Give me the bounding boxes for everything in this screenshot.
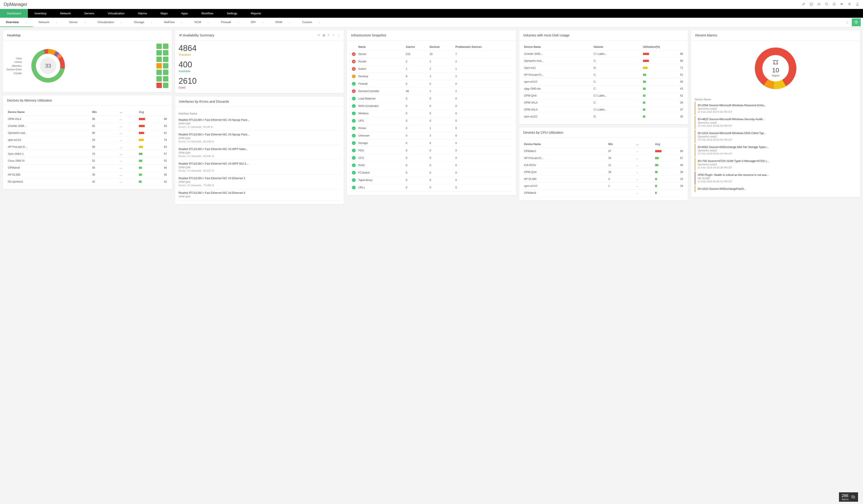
table-row[interactable]: OPM-QA4C:\ Label...42 [523, 92, 685, 99]
table-row[interactable]: ✓Unknown030 [351, 132, 512, 140]
chart-icon[interactable]: ▦ [323, 34, 325, 37]
col-device[interactable]: Device Name [523, 141, 607, 148]
table-row[interactable]: ✓UPS000 [351, 117, 512, 125]
nav-alarms[interactable]: Alarms [131, 9, 154, 18]
slideshow-icon[interactable] [810, 2, 813, 7]
subnav-dpi[interactable]: DPI⌄ [245, 18, 270, 27]
nav-settings[interactable]: Settings [220, 9, 244, 18]
table-row[interactable]: opm-w12r21...28 [523, 183, 685, 190]
alarm-item[interactable]: ID=1010 Source=MSExchangeFastS... [695, 185, 856, 192]
subnav-virtualization[interactable]: Virtualization⌄ [92, 18, 128, 27]
nav-dashboard[interactable]: Dashboard [0, 9, 28, 18]
table-row[interactable]: OPMdev845...46 [7, 164, 168, 171]
table-row[interactable]: Opmanhv-nod...80...81 [7, 130, 168, 137]
table-row[interactable]: vCenter 2008 ...C:\ Label...96 [523, 51, 685, 57]
list-item[interactable]: Realtek RTL8139C+ Fast Ethernet NIC #3-E… [179, 175, 340, 189]
table-row[interactable]: OPM-QA430...39 [523, 169, 685, 176]
alarm-item[interactable]: ID=4625 Source=Microsoft-Windows-Securit… [695, 116, 856, 129]
close-icon[interactable]: ⋮ [337, 34, 340, 37]
table-row[interactable]: ✓TapeLibrary000 [351, 177, 512, 184]
subnav-ipam[interactable]: IPAM⌄ [270, 18, 296, 27]
table-row[interactable]: Opm-2k8r2-115...57 [7, 151, 168, 157]
table-row[interactable]: ✕DomainController4922 [351, 88, 512, 95]
table-row[interactable]: opm-w12r226...74 [7, 137, 168, 143]
col-problematic[interactable]: Problematic Devices [454, 43, 512, 51]
col-avg[interactable]: Avg [654, 141, 685, 148]
subnav-storage[interactable]: Storage⌄ [128, 18, 158, 27]
edit-icon[interactable]: ✎ [327, 34, 330, 37]
subnav-ncm[interactable]: NCM⌄ [189, 18, 215, 27]
table-row[interactable]: k16-DChv11...49 [523, 162, 685, 169]
table-row[interactable]: vCenter 2008 ...92...93 [7, 122, 168, 130]
nav-maps[interactable]: Maps [154, 9, 174, 18]
table-row[interactable]: N2-opmesx242...42 [7, 178, 168, 185]
subnav-network[interactable]: Network⌄ [33, 18, 63, 27]
col-device-name[interactable]: Device Name [695, 96, 856, 102]
alarm-item[interactable]: ID=700 Source=NTDS ISAM Type=3 Message=N… [695, 158, 856, 171]
list-item[interactable]: Realtek RTL8139C+ Fast Ethernet NIC #3-N… [179, 116, 340, 131]
col-interface[interactable]: Interface Name [179, 110, 340, 116]
nav-reports[interactable]: Reports [244, 9, 268, 18]
list-item[interactable]: Realtek RTL8139C+ Fast Ethernet NIC #3-W… [179, 145, 340, 160]
table-row[interactable]: HP DL58035...45 [7, 171, 168, 178]
support-icon[interactable] [817, 2, 821, 7]
expand-icon[interactable]: ⤢ [332, 34, 335, 37]
table-row[interactable]: opm-w12r2C:48 [523, 78, 685, 85]
rocket-icon[interactable] [802, 2, 805, 7]
table-row[interactable]: OPMdev297...99 [523, 148, 685, 155]
col-min[interactable]: Min [607, 141, 635, 148]
table-row[interactable]: opm-w12r2D:35 [523, 113, 685, 120]
table-row[interactable]: HP ProLiant D...C:52 [523, 72, 685, 78]
table-row[interactable]: ✓RAID000 [351, 162, 512, 169]
alarm-item[interactable]: ID=2004 Source=Microsoft-Windows-Resourc… [695, 102, 856, 115]
col-avg[interactable]: Avg [138, 109, 168, 116]
alarm-item[interactable]: APM Plugin: Health is critical as the re… [695, 172, 856, 185]
nav-workflow[interactable]: Workflow [195, 9, 220, 18]
table-row[interactable]: ✓Printer010 [351, 125, 512, 132]
table-row[interactable]: OPM-VAL4C:\ Label...37 [523, 106, 685, 113]
alarm-item[interactable]: ID=6002 Source=MSExchange Mid-Tier Stora… [695, 144, 856, 157]
nav-network[interactable]: Network [53, 9, 77, 18]
table-row[interactable]: OPM-VAL4C:38 [523, 99, 685, 106]
subnav-firewall[interactable]: Firewall⌄ [215, 18, 245, 27]
table-row[interactable]: !Desktop832 [351, 73, 512, 80]
list-item[interactable]: Realtek RTL8139C+ Fast Ethernet NIC #4-E… [179, 189, 340, 201]
table-row[interactable]: HP ProLiant D...35...57 [523, 155, 685, 162]
col-device[interactable]: Device Name [523, 43, 592, 51]
subnav-custom[interactable]: Custom⌄ [296, 18, 326, 27]
table-row[interactable]: ✕Switch121 [351, 65, 512, 73]
table-row[interactable]: ✓UCS000 [351, 154, 512, 162]
table-row[interactable]: OPM-VAL498...98 [7, 116, 168, 122]
col-device[interactable]: Device Name [7, 109, 91, 116]
table-row[interactable]: Cisco 2900 IS52...52 [7, 157, 168, 164]
favorite-icon[interactable]: ☆ [845, 19, 850, 26]
list-item[interactable]: Realtek RTL8139C+ Fast Ethernet NIC #3-N… [179, 131, 340, 145]
table-row[interactable]: ✓PDU000 [351, 147, 512, 154]
nav-apps[interactable]: Apps [174, 9, 195, 18]
voice-icon[interactable] [840, 2, 844, 7]
col-min[interactable]: Min [91, 109, 118, 116]
search-icon[interactable] [825, 2, 828, 7]
alarm-item[interactable]: ID=1014 Source=Microsoft-Windows-DNS-Cli… [695, 130, 856, 143]
nav-servers[interactable]: Servers [77, 9, 101, 18]
table-row[interactable]: Opmanhv-nod...C:95 [523, 57, 685, 64]
add-widget-button[interactable] [852, 18, 861, 26]
col-devices[interactable]: Devices [428, 43, 454, 51]
nav-virtualization[interactable]: Virtualization [101, 9, 131, 18]
table-row[interactable]: vijay-1940-aioC:43 [523, 85, 685, 92]
col-volume[interactable]: Volume [592, 43, 642, 51]
subnav-server[interactable]: Server⌄ [63, 18, 92, 27]
nav-inventory[interactable]: Inventory [28, 9, 53, 18]
table-row[interactable]: ✓Load Balancer000 [351, 95, 512, 102]
table-row[interactable]: ✓Storage000 [351, 140, 512, 147]
table-row[interactable]: ✓WAN Accelerator000 [351, 102, 512, 110]
table-row[interactable]: ✓Firewall000 [351, 80, 512, 88]
table-row[interactable]: ✕Server215207 [351, 51, 512, 58]
table-row[interactable]: ✕Router222 [351, 58, 512, 65]
table-row[interactable]: ✓Wireless000 [351, 110, 512, 117]
col-alarms[interactable]: Alarms [404, 43, 428, 51]
table-row[interactable]: ✓FCSwitch000 [351, 169, 512, 177]
table-row[interactable]: Opm-w12D:72 [523, 64, 685, 72]
table-row[interactable]: HP DL5804...29 [523, 176, 685, 183]
table-row[interactable]: OPMdev8... [523, 190, 685, 196]
